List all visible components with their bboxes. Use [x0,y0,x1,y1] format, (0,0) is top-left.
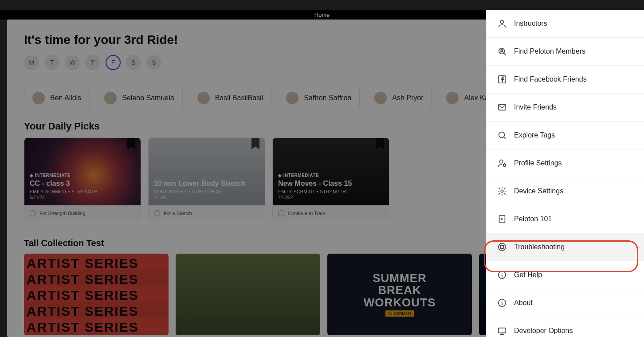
window-topbar [0,0,644,10]
nav-title[interactable]: Home [314,12,330,18]
menu-item-get-help[interactable]: Get Help [487,261,644,289]
svg-point-0 [500,20,503,24]
menu-label: Developer Options [514,327,573,335]
menu-label: Profile Settings [514,159,562,167]
svg-point-11 [500,245,503,248]
menu-label: Explore Tags [514,131,555,139]
menu-item-invite-friends[interactable]: Invite Friends [487,94,644,121]
menu-item-peloton-101[interactable]: Peloton 101 [487,205,644,233]
menu-item-find-peloton-members[interactable]: Find Peloton Members [487,38,644,66]
mail-icon [497,102,507,112]
menu-label: Invite Friends [514,103,557,111]
app-root: Home It's time for your 3rd Ride! MTWTFS… [0,0,644,337]
menu-item-profile-settings[interactable]: Profile Settings [487,149,644,177]
search-tag-icon [497,130,507,140]
menu-item-instructors[interactable]: Instructors [487,10,644,38]
svg-rect-14 [499,328,506,333]
menu-label: Peloton 101 [514,215,552,223]
svg-point-8 [501,190,503,192]
dev-icon [497,326,507,336]
menu-label: Get Help [514,271,542,279]
menu-item-explore-tags[interactable]: Explore Tags [487,121,644,149]
info-icon [497,298,507,308]
person-icon [497,19,507,28]
menu-label: Find Peloton Members [514,47,585,55]
menu-item-about[interactable]: About [487,289,644,317]
facebook-icon [497,74,507,84]
person-gear-icon [497,158,507,168]
menu-item-find-facebook-friends[interactable]: Find Facebook Friends [487,66,644,94]
svg-point-2 [501,49,503,51]
search-person-icon [497,47,507,56]
info-icon [497,270,507,280]
menu-label: About [514,299,533,307]
side-menu[interactable]: InstructorsFind Peloton MembersFind Face… [486,10,644,337]
menu-label: Device Settings [514,187,563,195]
menu-label: Troubleshooting [514,243,565,251]
menu-item-troubleshooting[interactable]: Troubleshooting [487,233,644,261]
play-doc-icon [497,214,507,224]
menu-label: Instructors [514,20,547,27]
lifebuoy-icon [497,242,507,252]
menu-item-device-settings[interactable]: Device Settings [487,177,644,205]
menu-label: Find Facebook Friends [514,75,587,83]
gear-icon [497,186,507,196]
svg-point-6 [500,160,503,163]
svg-point-5 [499,132,505,138]
menu-item-developer-options[interactable]: Developer Options [487,317,644,337]
